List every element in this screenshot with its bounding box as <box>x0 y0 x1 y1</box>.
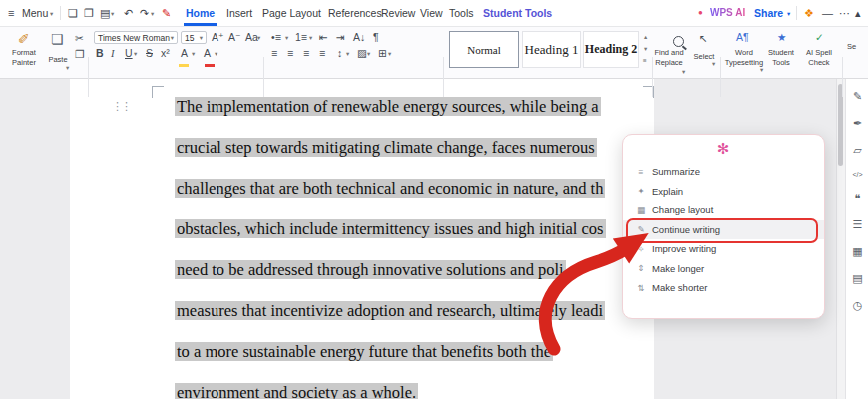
highlight-caret-icon[interactable]: ▾ <box>192 50 195 58</box>
line-spacing-caret-icon[interactable]: ▾ <box>346 50 349 58</box>
ribbon-home: ✐ Format Painter ❏ Paste ▾ ✂ ❐ Times New… <box>0 26 868 79</box>
text-line[interactable]: challenges that are both technical and e… <box>175 168 644 208</box>
code-icon[interactable]: </> <box>846 171 868 178</box>
copy-icon[interactable]: ❐ <box>75 48 84 61</box>
increase-indent-icon[interactable]: ⇥ <box>336 31 345 44</box>
undo-icon[interactable]: ↶ <box>124 0 133 26</box>
history-icon[interactable]: ◷ <box>846 299 868 312</box>
style-heading1[interactable]: Heading 1 <box>522 31 581 68</box>
cut-icon[interactable]: ✂ <box>75 32 84 45</box>
underline-button[interactable]: U <box>125 47 133 60</box>
ribbon-overflow-label[interactable]: Se <box>847 42 867 52</box>
ai-spell-check-button[interactable]: AI Spell Check <box>800 48 838 68</box>
strikethrough-button[interactable]: S <box>146 47 153 60</box>
superscript-button[interactable]: x² <box>161 47 170 60</box>
font-color-caret-icon[interactable]: ▾ <box>215 50 217 58</box>
share-button[interactable]: Share <box>754 0 783 26</box>
paste-caret-icon[interactable]: ▾ <box>66 64 69 72</box>
font-name-caret-icon: ▾ <box>171 34 174 42</box>
menu-button[interactable]: Menu <box>22 0 48 26</box>
apps-icon[interactable]: ❖ <box>804 0 814 26</box>
show-marks-icon[interactable]: ¶ <box>373 31 379 44</box>
summarize-icon: ≡ <box>636 167 646 177</box>
print-icon[interactable]: ▤ <box>100 0 110 26</box>
highlight-color-button[interactable]: A <box>181 47 188 60</box>
quick-edit-icon[interactable]: ✎ <box>162 0 171 26</box>
print-caret-icon[interactable]: ▾ <box>111 1 114 27</box>
select-cursor-icon: ↖ <box>699 32 708 45</box>
tab-student-tools[interactable]: Student Tools <box>483 0 552 26</box>
more-icon[interactable]: ⋯ <box>839 0 850 26</box>
outline-icon[interactable]: ☰ <box>846 218 868 231</box>
line-spacing-icon[interactable]: ↕ <box>337 47 342 60</box>
tab-insert[interactable]: Insert <box>226 0 252 26</box>
find-caret-icon[interactable]: ▾ <box>682 68 685 76</box>
tab-page-layout[interactable]: Page Layout <box>262 0 321 26</box>
collapse-icon[interactable]: ▴ <box>855 0 861 26</box>
text-line[interactable]: The implementation of renewable energy s… <box>175 86 644 127</box>
font-size-select[interactable]: 15 ▾ <box>181 31 207 44</box>
share-caret-icon[interactable]: ▾ <box>787 1 790 27</box>
sort-icon[interactable]: A↓ <box>353 31 365 44</box>
shading-icon[interactable]: ▨ <box>357 47 367 60</box>
edit-icon[interactable]: ✎ <box>846 90 868 103</box>
open-folder-icon[interactable]: ❐ <box>84 0 94 26</box>
align-right-icon[interactable]: ≡ <box>303 47 309 60</box>
styles-down-icon[interactable]: ▾ <box>644 45 647 53</box>
font-name-select[interactable]: Times New Roman ▾ <box>94 31 178 44</box>
styles-gallery-icon[interactable]: ≡ <box>643 57 647 64</box>
redo-icon[interactable]: ↷ <box>140 0 149 26</box>
tab-review[interactable]: Review <box>381 0 415 26</box>
redo-caret-icon[interactable]: ▾ <box>151 1 154 27</box>
italic-button[interactable]: I <box>111 47 115 60</box>
bullets-caret-icon[interactable]: ▾ <box>285 34 288 42</box>
bullets-icon[interactable]: •≡ <box>271 31 281 44</box>
tab-references[interactable]: References <box>328 0 382 26</box>
wps-ai-badge[interactable]: WPS AI <box>710 0 745 26</box>
numbering-caret-icon[interactable]: ▾ <box>309 34 312 42</box>
menu-item-explain[interactable]: ✦ Explain <box>623 182 824 201</box>
shading-caret-icon[interactable]: ▾ <box>367 50 370 58</box>
group-separator <box>263 57 264 97</box>
grid-icon[interactable]: ▦ <box>846 245 868 258</box>
align-center-icon[interactable]: ≡ <box>287 47 293 60</box>
pages-icon[interactable]: ▤ <box>846 272 868 285</box>
bold-button[interactable]: B <box>96 47 104 60</box>
new-document-icon[interactable]: ❏ <box>68 0 78 26</box>
wps-writer-window: ≡ Menu ▾ ❏ ❐ ▤ ▾ ↶ ↷ ▾ ✎ Home Insert Pag… <box>0 0 868 399</box>
tab-view[interactable]: View <box>420 0 443 26</box>
paragraph-drag-handle-icon[interactable]: ⋮⋮ <box>112 100 130 113</box>
find-replace-button[interactable]: Find and Replace <box>651 48 688 68</box>
minimize-icon[interactable]: — <box>822 0 833 26</box>
change-case-icon[interactable]: Aa <box>245 31 258 44</box>
borders-caret-icon[interactable]: ▾ <box>388 50 391 58</box>
borders-icon[interactable]: ⊞ <box>378 47 387 60</box>
select-caret-icon[interactable]: ▾ <box>712 60 715 68</box>
signature-icon[interactable]: ✒ <box>846 117 868 130</box>
word-typesetting-button[interactable]: Word Typesetting <box>722 48 766 68</box>
font-color-button[interactable]: A <box>204 47 211 60</box>
text-line[interactable]: environment and society as a whole. <box>175 372 644 399</box>
style-heading2[interactable]: Heading 2 <box>583 31 639 68</box>
style-normal[interactable]: Normal <box>449 31 519 68</box>
tab-tools[interactable]: Tools <box>449 0 474 26</box>
styles-up-icon[interactable]: ▴ <box>644 33 647 41</box>
word-typesetting-caret-icon[interactable]: ▾ <box>760 66 763 74</box>
align-left-icon[interactable]: ≡ <box>271 47 277 60</box>
format-painter-button[interactable]: Format Painter <box>2 48 46 68</box>
numbering-icon[interactable]: 1≡ <box>295 31 307 44</box>
wps-ai-icon: ● <box>698 0 703 26</box>
shapes-icon[interactable]: ▱ <box>846 144 868 157</box>
tab-home-underline <box>184 23 217 26</box>
underline-caret-icon[interactable]: ▾ <box>134 50 137 58</box>
menu-item-summarize[interactable]: ≡ Summarize <box>623 162 824 182</box>
change-case-caret-icon[interactable]: ▾ <box>257 34 260 42</box>
decrease-indent-icon[interactable]: ⇤ <box>319 31 328 44</box>
comment-icon[interactable]: ❝ <box>846 192 868 204</box>
student-tools-button[interactable]: Student Tools <box>764 48 798 68</box>
decrease-font-icon[interactable]: A⁻ <box>228 31 241 44</box>
justify-icon[interactable]: ≡ <box>319 47 325 60</box>
text-line[interactable]: crucial step towards mitigating climate … <box>175 127 644 168</box>
increase-font-icon[interactable]: A⁺ <box>212 31 224 44</box>
group-separator <box>842 57 843 97</box>
